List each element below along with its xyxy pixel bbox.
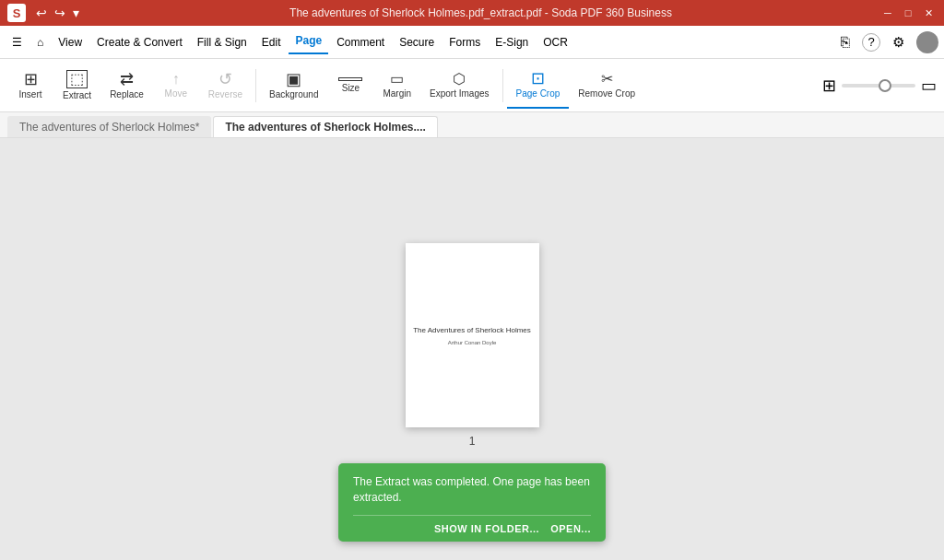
page-crop-icon: ⊡: [531, 70, 545, 87]
export-images-label: Export Images: [430, 88, 489, 99]
pdf-page-number: 1: [406, 435, 539, 448]
window-controls: ─ □ ✕: [879, 5, 937, 21]
tab-2-label: The adventures of Sherlock Holmes....: [225, 121, 425, 134]
hamburger-menu[interactable]: ☰: [6, 32, 29, 52]
content-area: The Adventures of Sherlock Holmes Arthur…: [0, 138, 944, 560]
move-tool: ↑ Move: [153, 63, 199, 109]
tab-1-label: The adventures of Sherlock Holmes*: [19, 121, 199, 134]
menu-item-fill-sign[interactable]: Fill & Sign: [191, 32, 254, 52]
margin-icon: ▭: [390, 72, 404, 87]
fit-page-icon[interactable]: ▭: [921, 76, 937, 96]
reverse-tool: ↺ Reverse: [199, 63, 252, 109]
tab-1[interactable]: The adventures of Sherlock Holmes*: [7, 116, 211, 137]
replace-icon: ⇄: [120, 71, 134, 88]
menu-item-create-convert[interactable]: Create & Convert: [90, 32, 189, 52]
app-icon: S: [7, 4, 26, 22]
help-icon[interactable]: ?: [862, 33, 880, 52]
minimize-button[interactable]: ─: [879, 5, 896, 21]
extract-tool[interactable]: ⬚ Extract: [53, 63, 100, 109]
zoom-slider[interactable]: [842, 84, 915, 88]
title-bar: S ↩ ↪ ▾ The adventures of Sherlock Holme…: [0, 0, 944, 26]
insert-tool[interactable]: ⊞ Insert: [7, 63, 53, 109]
menu-item-edit[interactable]: Edit: [255, 32, 288, 52]
pdf-doc-title: The Adventures of Sherlock Holmes: [413, 325, 531, 335]
reverse-label: Reverse: [208, 89, 242, 99]
toolbar-separator2: [502, 69, 503, 102]
menu-item-comment[interactable]: Comment: [330, 32, 391, 52]
extract-label: Extract: [63, 90, 91, 100]
toolbar-separator: [255, 69, 256, 102]
toast-message: The Extract was completed. One page has …: [353, 474, 591, 515]
menu-item-page[interactable]: Page: [289, 30, 328, 54]
maximize-button[interactable]: □: [900, 5, 916, 21]
insert-label: Insert: [18, 89, 41, 99]
insert-icon: ⊞: [24, 71, 38, 88]
page-crop-tool[interactable]: ⊡ Page Crop: [507, 63, 570, 109]
toast-notification: The Extract was completed. One page has …: [338, 463, 606, 542]
reverse-icon: ↺: [218, 71, 232, 88]
history-dropdown[interactable]: ▾: [70, 6, 82, 20]
remove-crop-tool[interactable]: ✂ Remove Crop: [569, 63, 644, 109]
tab-2[interactable]: The adventures of Sherlock Holmes....: [213, 116, 437, 137]
view-grid-icon[interactable]: ⊞: [822, 76, 836, 96]
move-label: Move: [165, 88, 187, 99]
pdf-preview: The Adventures of Sherlock Holmes Arthur…: [406, 243, 539, 427]
size-icon: [338, 77, 362, 81]
remove-crop-label: Remove Crop: [578, 88, 635, 99]
document-tabs: The adventures of Sherlock Holmes* The a…: [0, 112, 944, 138]
replace-tool[interactable]: ⇄ Replace: [100, 63, 153, 109]
main-view: The Adventures of Sherlock Holmes Arthur…: [0, 138, 944, 560]
page-crop-label: Page Crop: [516, 88, 560, 99]
pdf-doc-author: Arthur Conan Doyle: [448, 340, 497, 345]
margin-label: Margin: [383, 88, 411, 99]
window-title: The adventures of Sherlock Holmes.pdf_ex…: [82, 6, 879, 19]
menu-bar: ☰ ⌂ View Create & Convert Fill & Sign Ed…: [0, 26, 944, 59]
size-tool[interactable]: Size: [327, 63, 373, 109]
menu-item-forms[interactable]: Forms: [442, 32, 487, 52]
margin-tool[interactable]: ▭ Margin: [373, 63, 420, 109]
menu-right: ⎘ ? ⚙: [836, 31, 938, 53]
home-button[interactable]: ⌂: [30, 32, 50, 52]
share-icon[interactable]: ⎘: [836, 31, 855, 53]
toolbar-right: ⊞ ▭: [822, 76, 937, 96]
user-avatar[interactable]: [916, 31, 938, 53]
redo-button[interactable]: ↪: [52, 6, 68, 20]
menu-item-view[interactable]: View: [52, 32, 88, 52]
move-icon: ↑: [172, 72, 180, 87]
open-button[interactable]: OPEN...: [550, 523, 591, 534]
zoom-slider-container: [842, 84, 915, 88]
close-button[interactable]: ✕: [920, 5, 937, 21]
zoom-thumb[interactable]: [879, 79, 891, 92]
background-tool[interactable]: ▣ Background: [260, 63, 327, 109]
menu-item-ocr[interactable]: OCR: [537, 32, 574, 52]
menu-item-secure[interactable]: Secure: [393, 32, 441, 52]
size-label: Size: [342, 83, 360, 93]
replace-label: Replace: [110, 89, 144, 99]
menu-items: ☰ ⌂ View Create & Convert Fill & Sign Ed…: [6, 30, 574, 54]
tools-group: ⊞ Insert ⬚ Extract ⇄ Replace ↑ Move ↺ Re…: [7, 63, 644, 109]
toast-actions: SHOW IN FOLDER... OPEN...: [353, 515, 591, 542]
export-images-icon: ⬡: [453, 72, 466, 87]
undo-redo-group: ↩ ↪ ▾: [33, 6, 82, 20]
undo-button[interactable]: ↩: [33, 6, 50, 20]
toolbar: ⊞ Insert ⬚ Extract ⇄ Replace ↑ Move ↺ Re…: [0, 59, 944, 112]
remove-crop-icon: ✂: [601, 72, 613, 87]
background-label: Background: [269, 89, 318, 99]
export-images-tool[interactable]: ⬡ Export Images: [420, 63, 498, 109]
extract-icon: ⬚: [66, 70, 88, 88]
background-icon: ▣: [286, 71, 301, 88]
show-in-folder-button[interactable]: SHOW IN FOLDER...: [434, 523, 539, 534]
menu-item-esign[interactable]: E-Sign: [489, 32, 535, 52]
settings-icon[interactable]: ⚙: [888, 31, 909, 53]
